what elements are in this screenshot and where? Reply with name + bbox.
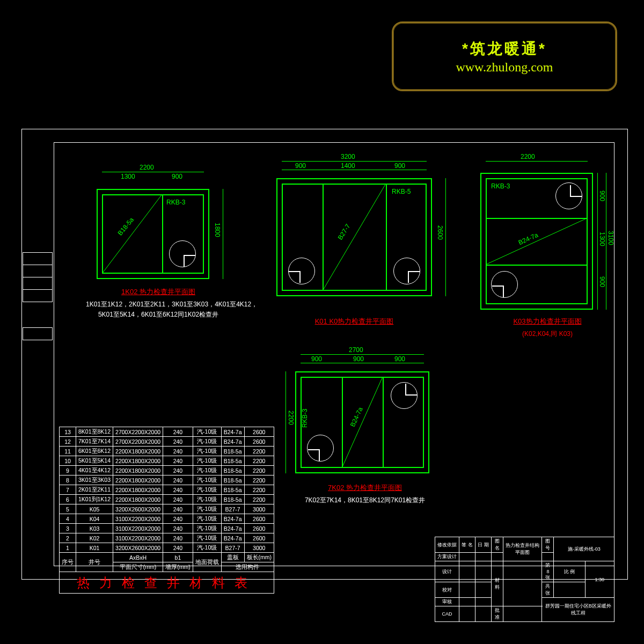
plan-k01: 3200 900 1400 900 RKB-5 B27-7 2600 K01 K… <box>266 161 443 326</box>
label-rkb3: RKB-3 <box>166 199 185 206</box>
table-title: 热力检查井材料表 <box>60 572 274 594</box>
left-label-strip2 <box>23 327 53 340</box>
plan2-title: K01 K0热力检查井平面图 <box>266 317 443 326</box>
table-row: 72K01至2K112200X1800X2000240汽-10级B18-5a22… <box>60 485 274 495</box>
left-label-strip <box>23 252 53 322</box>
table-row: 116K01至6K122200X1800X2000240汽-10级B18-5a2… <box>60 447 274 456</box>
watermark-url: www.zhulong.com <box>456 60 553 75</box>
table-row: 94K01至4K122200X1800X2000240汽-10级B18-5a22… <box>60 466 274 475</box>
title-block: 修改依据签 名日 期 图名热力检查井结构平面图 图号施-采暖外线-03 方案设计… <box>435 537 614 588</box>
table-row: 1K013200X2600X2000240汽-10级B27-73000 <box>60 543 274 553</box>
plan4-title: 7K02 热力检查井平面图 <box>284 483 445 493</box>
table-row: 3K033100X2200X2000240汽-10级B24-7a2600 <box>60 524 274 533</box>
table-row: 2K023100X2200X2000240汽-10级B24-7a2600 <box>60 533 274 543</box>
watermark-box: *筑龙暖通* www.zhulong.com <box>392 21 617 91</box>
table-row: 105K01至5K142200X1800X2000240汽-10级B18-5a2… <box>60 456 274 466</box>
watermark-title: *筑龙暖通* <box>462 39 547 59</box>
table-row: 4K043100X2200X2000240汽-10级B24-7a2600 <box>60 514 274 524</box>
plan-1k02: 2200 1300 900 RKB-3 B18-5a 1800 1K02 热力检… <box>86 172 231 319</box>
material-table: 138K01至8K122700X2200X2000240汽-10级B24-7a2… <box>59 427 274 594</box>
table-row: 127K01至7K142700X2200X2000240汽-10级B24-7a2… <box>60 437 274 447</box>
label-rkb5: RKB-5 <box>392 188 411 195</box>
table-row: 5K053200X2600X2000240汽-10级B27-73000 <box>60 504 274 514</box>
plan-k03: 2200 RKB-3 B24-7a 900 1300 900 3100 K03热… <box>475 161 620 339</box>
table-row: 138K01至8K122700X2200X2000240汽-10级B24-7a2… <box>60 427 274 437</box>
table-row: 61K01到1K122200X1800X2000240汽-10级B18-5a22… <box>60 495 274 504</box>
plan1-title: 1K02 热力检查井平面图 <box>86 287 231 297</box>
plan3-title: K03热力检查井平面图 <box>475 317 620 326</box>
plan-7k02: 2700 900 900 900 RKB-3 B24-7a 2200 7K02 … <box>284 354 445 505</box>
table-row: 83K01至3K032200X1800X2000240汽-10级B18-5a22… <box>60 475 274 485</box>
